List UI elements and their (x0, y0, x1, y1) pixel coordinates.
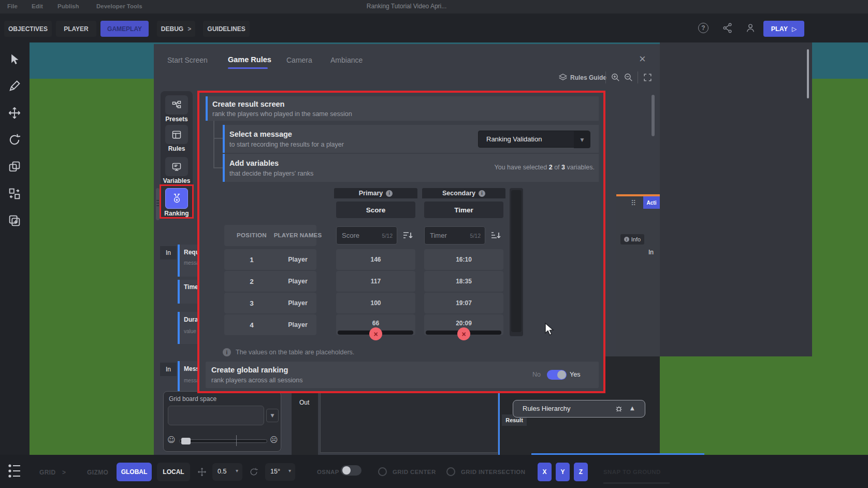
sidebar-item-rules[interactable] (165, 125, 188, 144)
gizmo-button[interactable]: GIZMO (87, 469, 108, 476)
variables-icon (171, 162, 182, 172)
in-port-label[interactable]: In (648, 249, 654, 256)
paint-tool-button[interactable] (7, 79, 22, 93)
select-tool-button[interactable] (7, 52, 22, 66)
add-layer-tool-button[interactable] (7, 213, 22, 228)
tab-start-screen[interactable]: Start Screen (167, 56, 208, 64)
chevron-down-icon: ▾ (288, 468, 291, 473)
tab-game-rules[interactable]: Game Rules (228, 55, 271, 64)
menu-developer-tools[interactable]: Developer Tools (96, 3, 142, 9)
rules-hierarchy-label: Rules Hierarchy (523, 405, 570, 412)
player-button[interactable]: PLAYER (56, 21, 96, 37)
sad-face-icon: ☹ (270, 435, 278, 444)
rotate-tool-button[interactable] (7, 133, 22, 147)
rotate-snap-dropdown[interactable]: 15° ▾ (265, 463, 295, 481)
sidebar-mini-scrollbar[interactable] (156, 188, 160, 220)
collapse-icon[interactable]: ▲ (630, 405, 634, 411)
zoom-in-icon[interactable] (611, 73, 620, 82)
info-chip[interactable]: i Info (620, 234, 644, 245)
play-label: PLAY (771, 25, 788, 33)
sidebar-item-variables[interactable] (165, 157, 188, 176)
fullscreen-icon[interactable] (643, 73, 653, 82)
drag-handle-icon[interactable]: ⠿ (631, 199, 636, 207)
sidebar-label-rules: Rules (161, 145, 193, 152)
board-slider-tick (236, 435, 237, 446)
right-panel-scrollbar[interactable] (807, 49, 809, 98)
board-select-dropdown-icon[interactable]: ▼ (266, 409, 279, 422)
info-icon: i (624, 237, 629, 242)
rules-hierarchy-panel[interactable]: Rules Hierarchy ▲ (513, 400, 645, 418)
local-mode-button[interactable]: LOCAL (157, 463, 190, 481)
node-subtitle: value (184, 328, 196, 334)
snap-to-ground-button[interactable]: SNAP TO GROUND (603, 469, 661, 475)
snap-to-ground-underline (603, 482, 670, 484)
mouse-cursor (544, 322, 554, 337)
translate-snap-dropdown[interactable]: 0.5 ▾ (212, 463, 242, 481)
play-triangle-icon: ▷ (792, 25, 797, 33)
guidelines-button[interactable]: GUIDELINES (203, 21, 250, 37)
debug-button[interactable]: DEBUG> (157, 21, 195, 37)
node-in-port[interactable]: In (160, 246, 177, 260)
gameplay-button[interactable]: GAMEPLAY (100, 21, 149, 37)
board-slider-track[interactable] (179, 439, 267, 443)
tab-camera[interactable]: Camera (286, 56, 312, 64)
tutorial-highlight-ranking (160, 184, 194, 219)
axis-z-button[interactable]: Z (574, 463, 588, 481)
bug-icon[interactable] (615, 405, 623, 413)
menu-bar: File Edit Publish Developer Tools Rankin… (0, 0, 868, 13)
account-icon[interactable] (745, 22, 756, 34)
menu-edit[interactable]: Edit (32, 3, 43, 9)
divider (638, 71, 638, 83)
presets-icon (171, 100, 182, 110)
close-icon[interactable]: × (639, 53, 646, 65)
swap-tool-button[interactable] (7, 186, 22, 201)
tab-ambiance[interactable]: Ambiance (330, 56, 363, 64)
out-port-panel: Out (292, 392, 318, 455)
duplicate-tool-button[interactable] (7, 160, 22, 174)
play-button[interactable]: PLAY▷ (763, 21, 804, 37)
out-port-label[interactable]: Out (299, 399, 309, 406)
axis-x-button[interactable]: X (538, 463, 552, 481)
sidebar-label-variables: Variables (161, 177, 193, 184)
window-title: Ranking Tutorial Video Apri... (311, 3, 502, 10)
osnap-label: OSNAP (317, 469, 339, 475)
move-tool-button[interactable] (7, 106, 22, 120)
node-title: Dura (184, 316, 198, 323)
sidebar-item-presets[interactable] (165, 95, 188, 114)
board-slider-thumb[interactable] (181, 438, 191, 444)
rules-guide-button[interactable]: Rules Guide (570, 74, 606, 81)
happy-face-icon: ☺ (167, 435, 176, 444)
share-icon[interactable] (722, 22, 733, 34)
grid-intersection-label: GRID INTERSECTION (461, 469, 525, 475)
active-tab-chip[interactable]: Acti (643, 196, 660, 209)
left-toolbar (0, 42, 30, 455)
outliner-list-icon[interactable] (7, 463, 23, 479)
board-select-box[interactable] (168, 406, 264, 425)
rules-guide-icon (558, 73, 568, 81)
node-title: Time (184, 283, 198, 291)
grid-intersection-icon[interactable] (446, 467, 455, 476)
global-mode-button[interactable]: GLOBAL (117, 463, 152, 481)
zoom-out-icon[interactable] (624, 73, 633, 82)
script-node-panel[interactable] (320, 390, 498, 453)
node-in-port[interactable]: In (160, 363, 177, 376)
rotate-snap-icon (249, 467, 259, 477)
grid-chevron-icon: > (62, 469, 66, 476)
axis-y-button[interactable]: Y (556, 463, 570, 481)
info-label: Info (631, 236, 641, 242)
right-script-panel: ⠿ Acti i Info In (616, 194, 660, 356)
menu-publish[interactable]: Publish (57, 3, 79, 9)
translate-snap-value: 0.5 (218, 468, 226, 475)
bottom-toolbar: GRID > GIZMO GLOBAL LOCAL 0.5 ▾ 15° ▾ OS… (0, 455, 868, 488)
grid-menu-button[interactable]: GRID (39, 469, 56, 476)
sidebar-label-presets: Presets (161, 116, 193, 123)
menu-file[interactable]: File (7, 3, 18, 9)
debug-label: DEBUG (161, 25, 183, 33)
help-icon[interactable]: ? (698, 23, 708, 33)
debug-chevron-icon: > (187, 25, 191, 33)
grid-center-icon[interactable] (378, 467, 387, 476)
osnap-toggle[interactable] (341, 465, 361, 476)
workspace-scrollbar-thumb[interactable] (652, 95, 655, 136)
chevron-down-icon: ▾ (236, 468, 238, 473)
objectives-button[interactable]: OBJECTIVES (4, 21, 52, 37)
